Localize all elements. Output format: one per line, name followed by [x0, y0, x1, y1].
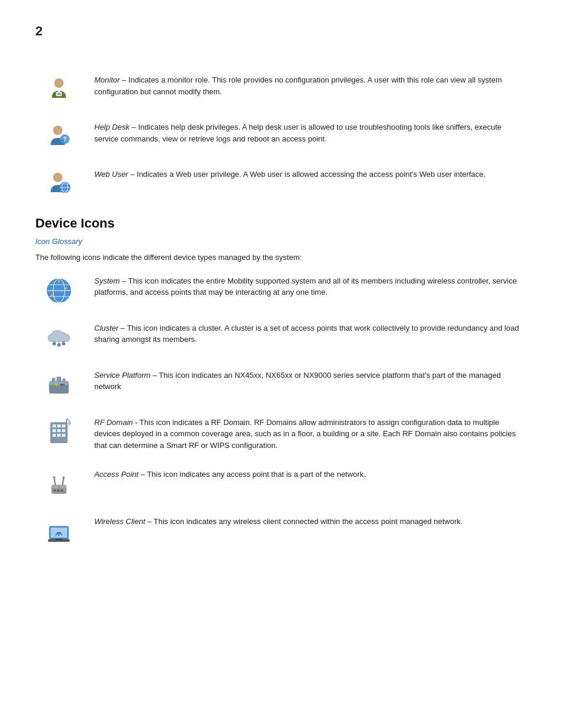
svg-point-8	[53, 173, 62, 182]
service-platform-device-icon	[45, 371, 73, 399]
cluster-device-row: Cluster – This icon indicates a cluster.…	[35, 322, 527, 352]
svg-rect-35	[60, 384, 65, 386]
svg-point-0	[54, 78, 64, 88]
access-point-device-desc: Access Point – This icon indicates any a…	[82, 469, 527, 480]
svg-point-60	[58, 534, 60, 536]
svg-point-47	[67, 418, 68, 420]
helpdesk-role-row: ? Help Desk – Indicates help desk privil…	[35, 121, 527, 151]
system-device-desc: System – This icon indicates the entire …	[82, 275, 527, 298]
svg-rect-37	[52, 424, 56, 427]
svg-rect-39	[62, 424, 65, 427]
cluster-device-desc: Cluster – This icon indicates a cluster.…	[82, 322, 527, 345]
svg-rect-62	[55, 539, 62, 540]
svg-rect-43	[52, 434, 56, 437]
page-number: 2	[35, 24, 527, 39]
svg-rect-32	[62, 378, 65, 383]
svg-rect-41	[57, 429, 61, 432]
service-platform-device-desc: Service Platform – This icon indicates a…	[82, 370, 527, 393]
cluster-device-icon	[45, 324, 73, 352]
icon-glossary-link[interactable]: Icon Glossary	[35, 237, 82, 246]
webuser-role-row: Web User – Indicates a Web user privileg…	[35, 169, 527, 198]
role-list: Monitor – Indicates a monitor role. This…	[35, 74, 527, 198]
service-platform-device-row: Service Platform – This icon indicates a…	[35, 370, 527, 399]
device-icons-section: Device Icons Icon Glossary The following…	[35, 216, 527, 545]
svg-point-23	[57, 343, 61, 347]
svg-line-50	[54, 478, 55, 485]
svg-rect-3	[57, 94, 61, 95]
wireless-client-device-desc: Wireless Client – This icon indicates an…	[82, 516, 527, 528]
svg-rect-45	[62, 434, 65, 437]
helpdesk-role-icon: ?	[45, 123, 73, 151]
svg-point-20	[65, 287, 67, 289]
monitor-role-desc: Monitor – Indicates a monitor role. This…	[82, 74, 527, 97]
wireless-client-device-row: Wireless Client – This icon indicates an…	[35, 516, 527, 545]
svg-point-24	[62, 342, 65, 345]
svg-rect-57	[61, 489, 63, 492]
svg-rect-40	[52, 429, 56, 432]
webuser-role-icon	[45, 170, 73, 198]
svg-point-21	[51, 294, 53, 297]
intro-text: The following icons indicate the differe…	[35, 252, 527, 263]
svg-rect-42	[62, 429, 65, 432]
svg-rect-44	[57, 434, 61, 437]
svg-rect-2	[57, 93, 61, 94]
svg-rect-30	[52, 378, 55, 383]
rf-domain-device-row: RF Domain - This icon indicates a RF Dom…	[35, 417, 527, 452]
svg-point-19	[58, 280, 60, 282]
svg-point-22	[52, 342, 56, 345]
svg-point-54	[58, 486, 60, 488]
access-point-device-icon	[45, 470, 73, 498]
monitor-role-icon	[45, 75, 73, 104]
svg-text:?: ?	[63, 136, 67, 143]
svg-rect-31	[57, 377, 61, 383]
svg-point-53	[62, 476, 65, 479]
svg-point-52	[53, 476, 55, 479]
svg-point-34	[55, 384, 58, 386]
rf-domain-device-icon	[45, 418, 73, 446]
wireless-client-device-icon	[45, 517, 73, 545]
monitor-role-row: Monitor – Indicates a monitor role. This…	[35, 74, 527, 104]
rf-domain-device-desc: RF Domain - This icon indicates a RF Dom…	[82, 417, 527, 452]
svg-rect-55	[54, 489, 56, 492]
svg-rect-38	[57, 424, 61, 427]
svg-rect-56	[57, 489, 59, 492]
svg-point-5	[53, 126, 62, 135]
webuser-role-desc: Web User – Indicates a Web user privileg…	[82, 169, 527, 180]
svg-line-51	[62, 478, 64, 485]
helpdesk-role-desc: Help Desk – Indicates help desk privileg…	[82, 121, 527, 144]
system-device-icon	[45, 276, 73, 305]
svg-rect-4	[58, 91, 60, 93]
svg-point-33	[52, 384, 54, 386]
section-title: Device Icons	[35, 216, 527, 231]
system-device-row: System – This icon indicates the entire …	[35, 275, 527, 305]
access-point-device-row: Access Point – This icon indicates any a…	[35, 469, 527, 498]
